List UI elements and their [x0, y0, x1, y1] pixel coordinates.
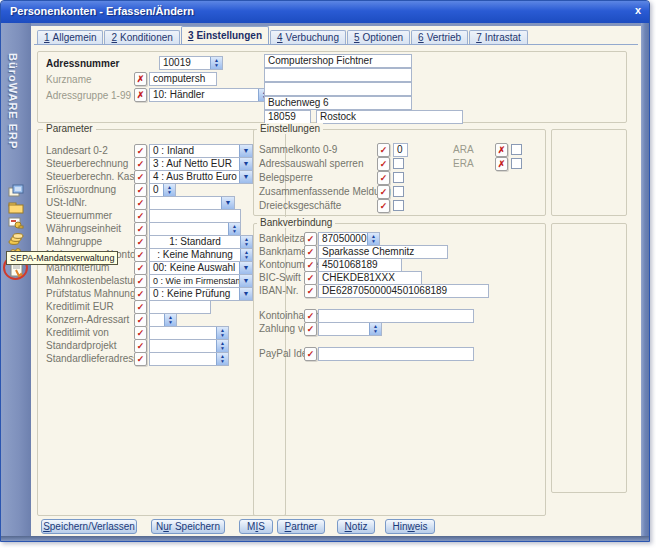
steuernummer-field[interactable] — [149, 209, 241, 223]
steuerberechnung-combo[interactable]: 3 : Auf Netto EUR▼ — [149, 157, 253, 171]
tab-verbuchung[interactable]: 4Verbuchung — [270, 30, 346, 44]
red-check-icon[interactable]: ✓ — [134, 313, 147, 327]
kontonummer-field[interactable]: 4501068189 — [318, 258, 402, 272]
standardlieferadresse-field[interactable]: ▲▼ — [149, 352, 229, 366]
kurzname-field[interactable]: computersh — [149, 72, 217, 86]
standardprojekt-field[interactable]: ▲▼ — [149, 339, 229, 353]
address-street-field[interactable]: Buchenweg 6 — [264, 96, 412, 110]
erloeszuordnung-field[interactable]: 0▲▼ — [149, 183, 176, 197]
address-city-field[interactable]: Rostock — [316, 110, 463, 124]
paypal-ident-field[interactable] — [318, 347, 474, 361]
red-x-icon[interactable]: ✗ — [495, 157, 508, 171]
red-check-icon[interactable]: ✓ — [134, 352, 147, 366]
red-check-icon[interactable]: ✓ — [134, 287, 147, 301]
red-x-icon[interactable]: ✗ — [134, 72, 147, 86]
mahngruppe-akonto-combo[interactable]: : Keine Mahnung▲▼ — [149, 248, 253, 262]
steuerberechn-kasse-combo[interactable]: 4 : Aus Brutto Euro▼ — [149, 170, 253, 184]
red-check-icon[interactable]: ✓ — [377, 157, 390, 171]
red-check-icon[interactable]: ✓ — [134, 157, 147, 171]
tab-allgemein[interactable]: 1Allgemein — [37, 30, 103, 44]
speichern-verlassen-button[interactable]: Speichern/Verlassen — [41, 519, 137, 534]
spinner-icon[interactable]: ▲▼ — [163, 184, 175, 196]
spinner-icon[interactable]: ▲▼ — [216, 340, 228, 352]
red-check-icon[interactable]: ✓ — [304, 309, 317, 323]
red-check-icon[interactable]: ✓ — [304, 284, 317, 298]
ara-checkbox[interactable] — [511, 144, 522, 155]
red-check-icon[interactable]: ✓ — [304, 258, 317, 272]
spinner-icon[interactable]: ▲▼ — [210, 57, 222, 69]
spinner-icon[interactable]: ▲▼ — [240, 236, 252, 248]
index-cards-icon[interactable] — [8, 183, 24, 199]
address-line2-field[interactable] — [264, 68, 412, 82]
spinner-icon[interactable]: ▲▼ — [228, 223, 240, 235]
red-check-icon[interactable]: ✓ — [134, 170, 147, 184]
red-check-icon[interactable]: ✓ — [134, 326, 147, 340]
zusammenfassende-checkbox[interactable] — [393, 186, 404, 197]
folder-icon[interactable] — [8, 199, 24, 215]
dreiecksgeschaefte-checkbox[interactable] — [393, 200, 404, 211]
red-x-icon[interactable]: ✗ — [134, 88, 147, 102]
kreditlimit-eur-field[interactable] — [149, 300, 211, 314]
zahlung-von-field[interactable]: ▲▼ — [318, 322, 382, 336]
tab-intrastat[interactable]: 7Intrastat — [469, 30, 528, 44]
tab-optionen[interactable]: 5Optionen — [347, 30, 410, 44]
close-icon[interactable]: x — [635, 4, 641, 16]
spinner-icon[interactable]: ▲▼ — [216, 327, 228, 339]
notiz-button[interactable]: Notiz — [337, 519, 375, 534]
red-check-icon[interactable]: ✓ — [304, 245, 317, 259]
konzern-adressart-field[interactable]: ▲▼ — [149, 313, 177, 327]
address-name-field[interactable]: Computershop Fichtner — [264, 54, 412, 68]
red-check-icon[interactable]: ✓ — [134, 144, 147, 158]
mis-button[interactable]: MIS — [239, 519, 273, 534]
spinner-icon[interactable]: ▲▼ — [164, 314, 176, 326]
red-check-icon[interactable]: ✓ — [134, 222, 147, 236]
red-check-icon[interactable]: ✓ — [134, 300, 147, 314]
chevron-down-icon[interactable]: ▼ — [239, 275, 252, 287]
red-check-icon[interactable]: ✓ — [134, 196, 147, 210]
adressgruppe-combo[interactable]: 10: Händler▲▼ — [149, 88, 271, 102]
chevron-down-icon[interactable]: ▼ — [239, 288, 252, 300]
bankleitzahl-field[interactable]: 87050000▲▼ — [318, 232, 380, 246]
red-check-icon[interactable]: ✓ — [377, 199, 390, 213]
mahnkostenbelastung-combo[interactable]: 0 : Wie im Firmenstamm eing▼ — [149, 274, 253, 288]
tab-vertrieb[interactable]: 6Vertrieb — [411, 30, 468, 44]
red-check-icon[interactable]: ✓ — [377, 171, 390, 185]
tab-einstellungen[interactable]: 3Einstellungen — [181, 26, 269, 44]
red-check-icon[interactable]: ✓ — [304, 271, 317, 285]
spinner-icon[interactable]: ▲▼ — [367, 233, 379, 245]
adressnummer-field[interactable]: 10019▲▼ — [159, 56, 223, 70]
hinweis-button[interactable]: Hinweis — [385, 519, 435, 534]
address-line3-field[interactable] — [264, 82, 412, 96]
red-check-icon[interactable]: ✓ — [304, 232, 317, 246]
waehrungseinheit-field[interactable]: ▲▼ — [149, 222, 241, 236]
spinner-icon[interactable]: ▲▼ — [216, 353, 228, 365]
red-check-icon[interactable]: ✓ — [134, 261, 147, 275]
belegsperre-checkbox[interactable] — [393, 172, 404, 183]
chevron-down-icon[interactable]: ▼ — [239, 158, 252, 170]
mahngruppe-combo[interactable]: 1: Standard▲▼ — [149, 235, 253, 249]
red-check-icon[interactable]: ✓ — [134, 209, 147, 223]
coins-icon[interactable] — [8, 231, 24, 247]
nur-speichern-button[interactable]: Nur Speichern — [151, 519, 225, 534]
mahnkriterium-combo[interactable]: 00: Keine Auswahl▼ — [149, 261, 253, 275]
era-checkbox[interactable] — [511, 158, 522, 169]
red-check-icon[interactable]: ✓ — [134, 248, 147, 262]
tab-konditionen[interactable]: 2Konditionen — [104, 30, 179, 44]
red-check-icon[interactable]: ✓ — [134, 274, 147, 288]
red-check-icon[interactable]: ✓ — [304, 322, 317, 336]
ust-idnr-combo[interactable]: ▼ — [149, 196, 235, 210]
window-titlebar[interactable]: Personenkonten - Erfassen/Ändern x — [1, 1, 650, 23]
address-zip-field[interactable]: 18059 — [264, 110, 311, 124]
kreditlimit-von-field[interactable]: ▲▼ — [149, 326, 229, 340]
key-icon[interactable] — [8, 215, 24, 231]
red-x-icon[interactable]: ✗ — [495, 143, 508, 157]
red-check-icon[interactable]: ✓ — [304, 347, 317, 361]
iban-field[interactable]: DE62870500004501068189 — [318, 284, 489, 298]
landesart-combo[interactable]: 0 : Inland▼ — [149, 144, 253, 158]
partner-button[interactable]: Partner — [277, 519, 325, 534]
red-check-icon[interactable]: ✓ — [134, 339, 147, 353]
red-check-icon[interactable]: ✓ — [134, 183, 147, 197]
adressauswahl-checkbox[interactable] — [393, 158, 404, 169]
bankname-field[interactable]: Sparkasse Chemnitz — [318, 245, 448, 259]
spinner-icon[interactable]: ▲▼ — [240, 249, 252, 261]
